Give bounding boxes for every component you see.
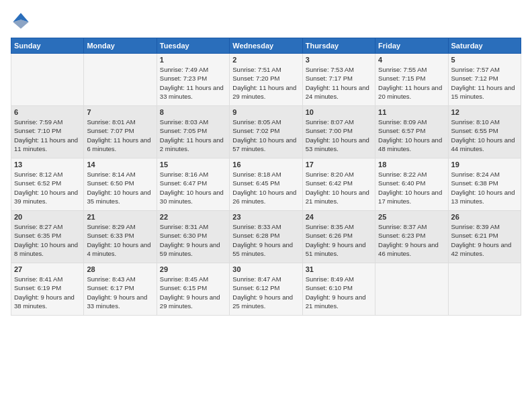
calendar-cell: 18Sunrise: 8:22 AMSunset: 6:40 PMDayligh… (375, 158, 448, 211)
calendar-cell (84, 54, 157, 106)
day-number: 23 (232, 213, 299, 221)
calendar-cell: 13Sunrise: 8:12 AMSunset: 6:52 PMDayligh… (11, 158, 84, 211)
day-info: Sunrise: 8:01 AMSunset: 7:07 PMDaylight:… (87, 118, 153, 153)
calendar-cell: 24Sunrise: 8:35 AMSunset: 6:26 PMDayligh… (302, 211, 375, 263)
calendar-week-1: 1Sunrise: 7:49 AMSunset: 7:23 PMDaylight… (11, 54, 521, 106)
header-cell-wednesday: Wednesday (230, 38, 302, 54)
calendar-cell: 6Sunrise: 7:59 AMSunset: 7:10 PMDaylight… (11, 106, 84, 158)
day-info: Sunrise: 7:51 AMSunset: 7:20 PMDaylight:… (232, 65, 299, 101)
calendar-cell: 3Sunrise: 7:53 AMSunset: 7:17 PMDaylight… (302, 54, 375, 106)
calendar-cell: 9Sunrise: 8:05 AMSunset: 7:02 PMDaylight… (230, 106, 302, 158)
day-number: 11 (378, 108, 445, 116)
day-info: Sunrise: 8:31 AMSunset: 6:30 PMDaylight:… (160, 222, 226, 258)
day-info: Sunrise: 8:33 AMSunset: 6:28 PMDaylight:… (232, 222, 299, 258)
day-number: 20 (14, 213, 81, 221)
calendar-cell: 30Sunrise: 8:47 AMSunset: 6:12 PMDayligh… (230, 263, 302, 316)
day-number: 19 (451, 161, 518, 169)
day-info: Sunrise: 8:27 AMSunset: 6:35 PMDaylight:… (14, 222, 81, 258)
calendar-cell: 25Sunrise: 8:37 AMSunset: 6:23 PMDayligh… (375, 211, 448, 263)
day-info: Sunrise: 8:16 AMSunset: 6:47 PMDaylight:… (160, 170, 226, 205)
day-info: Sunrise: 7:55 AMSunset: 7:15 PMDaylight:… (378, 65, 445, 101)
day-number: 8 (160, 108, 226, 116)
day-info: Sunrise: 8:39 AMSunset: 6:21 PMDaylight:… (451, 222, 518, 258)
day-info: Sunrise: 8:07 AMSunset: 7:00 PMDaylight:… (306, 118, 372, 153)
calendar-cell: 2Sunrise: 7:51 AMSunset: 7:20 PMDaylight… (230, 54, 302, 106)
calendar-cell (448, 263, 521, 316)
day-info: Sunrise: 8:22 AMSunset: 6:40 PMDaylight:… (378, 170, 445, 205)
day-number: 6 (14, 108, 81, 116)
day-info: Sunrise: 8:05 AMSunset: 7:02 PMDaylight:… (232, 118, 299, 153)
day-number: 10 (306, 108, 372, 116)
day-number: 12 (451, 108, 518, 116)
calendar-cell: 14Sunrise: 8:14 AMSunset: 6:50 PMDayligh… (84, 158, 157, 211)
day-number: 22 (160, 213, 226, 221)
calendar-header-row: SundayMondayTuesdayWednesdayThursdayFrid… (11, 38, 521, 54)
calendar-cell (375, 263, 448, 316)
day-number: 13 (14, 161, 81, 169)
calendar-cell: 15Sunrise: 8:16 AMSunset: 6:47 PMDayligh… (157, 158, 229, 211)
calendar-cell (11, 54, 84, 106)
day-number: 4 (378, 56, 445, 64)
day-number: 29 (160, 265, 226, 273)
day-number: 3 (306, 56, 372, 64)
day-number: 9 (232, 108, 299, 116)
day-info: Sunrise: 8:45 AMSunset: 6:15 PMDaylight:… (160, 275, 226, 310)
day-info: Sunrise: 8:18 AMSunset: 6:45 PMDaylight:… (232, 170, 299, 205)
header-cell-saturday: Saturday (448, 38, 521, 54)
calendar-cell: 7Sunrise: 8:01 AMSunset: 7:07 PMDaylight… (84, 106, 157, 158)
day-number: 26 (451, 213, 518, 221)
day-number: 27 (14, 265, 81, 273)
calendar-body: 1Sunrise: 7:49 AMSunset: 7:23 PMDaylight… (11, 54, 521, 316)
calendar-cell: 1Sunrise: 7:49 AMSunset: 7:23 PMDaylight… (157, 54, 229, 106)
day-number: 25 (378, 213, 445, 221)
calendar-cell: 17Sunrise: 8:20 AMSunset: 6:42 PMDayligh… (302, 158, 375, 211)
calendar-cell: 26Sunrise: 8:39 AMSunset: 6:21 PMDayligh… (448, 211, 521, 263)
day-number: 1 (160, 56, 226, 64)
calendar-cell: 22Sunrise: 8:31 AMSunset: 6:30 PMDayligh… (157, 211, 229, 263)
calendar-cell: 4Sunrise: 7:55 AMSunset: 7:15 PMDaylight… (375, 54, 448, 106)
day-number: 7 (87, 108, 153, 116)
day-info: Sunrise: 8:09 AMSunset: 6:57 PMDaylight:… (378, 118, 445, 153)
calendar-cell: 27Sunrise: 8:41 AMSunset: 6:19 PMDayligh… (11, 263, 84, 316)
header-cell-friday: Friday (375, 38, 448, 54)
day-number: 28 (87, 265, 153, 273)
calendar-cell: 16Sunrise: 8:18 AMSunset: 6:45 PMDayligh… (230, 158, 302, 211)
page-container: SundayMondayTuesdayWednesdayThursdayFrid… (0, 0, 532, 411)
calendar-cell: 31Sunrise: 8:49 AMSunset: 6:10 PMDayligh… (302, 263, 375, 316)
day-info: Sunrise: 7:57 AMSunset: 7:12 PMDaylight:… (451, 65, 518, 101)
day-number: 2 (232, 56, 299, 64)
calendar-cell: 5Sunrise: 7:57 AMSunset: 7:12 PMDaylight… (448, 54, 521, 106)
calendar-cell: 28Sunrise: 8:43 AMSunset: 6:17 PMDayligh… (84, 263, 157, 316)
day-info: Sunrise: 8:12 AMSunset: 6:52 PMDaylight:… (14, 170, 81, 205)
calendar-week-5: 27Sunrise: 8:41 AMSunset: 6:19 PMDayligh… (11, 263, 521, 316)
calendar-cell: 10Sunrise: 8:07 AMSunset: 7:00 PMDayligh… (302, 106, 375, 158)
day-info: Sunrise: 7:49 AMSunset: 7:23 PMDaylight:… (160, 65, 226, 101)
day-info: Sunrise: 7:59 AMSunset: 7:10 PMDaylight:… (14, 118, 81, 153)
day-info: Sunrise: 8:29 AMSunset: 6:33 PMDaylight:… (87, 222, 153, 258)
day-info: Sunrise: 8:49 AMSunset: 6:10 PMDaylight:… (306, 275, 372, 310)
day-info: Sunrise: 8:20 AMSunset: 6:42 PMDaylight:… (306, 170, 372, 205)
header-cell-monday: Monday (84, 38, 157, 54)
day-number: 16 (232, 161, 299, 169)
header-cell-sunday: Sunday (11, 38, 84, 54)
calendar-cell: 12Sunrise: 8:10 AMSunset: 6:55 PMDayligh… (448, 106, 521, 158)
day-number: 21 (87, 213, 153, 221)
day-number: 5 (451, 56, 518, 64)
day-number: 17 (306, 161, 372, 169)
day-info: Sunrise: 8:41 AMSunset: 6:19 PMDaylight:… (14, 275, 81, 310)
calendar-cell: 23Sunrise: 8:33 AMSunset: 6:28 PMDayligh… (230, 211, 302, 263)
logo-icon (11, 11, 31, 31)
day-info: Sunrise: 8:03 AMSunset: 7:05 PMDaylight:… (160, 118, 226, 153)
day-number: 14 (87, 161, 153, 169)
calendar-cell: 11Sunrise: 8:09 AMSunset: 6:57 PMDayligh… (375, 106, 448, 158)
calendar-cell: 19Sunrise: 8:24 AMSunset: 6:38 PMDayligh… (448, 158, 521, 211)
calendar-cell: 8Sunrise: 8:03 AMSunset: 7:05 PMDaylight… (157, 106, 229, 158)
calendar-week-2: 6Sunrise: 7:59 AMSunset: 7:10 PMDaylight… (11, 106, 521, 158)
calendar-week-3: 13Sunrise: 8:12 AMSunset: 6:52 PMDayligh… (11, 158, 521, 211)
day-info: Sunrise: 8:14 AMSunset: 6:50 PMDaylight:… (87, 170, 153, 205)
day-number: 24 (306, 213, 372, 221)
day-info: Sunrise: 8:43 AMSunset: 6:17 PMDaylight:… (87, 275, 153, 310)
calendar-cell: 29Sunrise: 8:45 AMSunset: 6:15 PMDayligh… (157, 263, 229, 316)
header-cell-thursday: Thursday (302, 38, 375, 54)
header-cell-tuesday: Tuesday (157, 38, 229, 54)
